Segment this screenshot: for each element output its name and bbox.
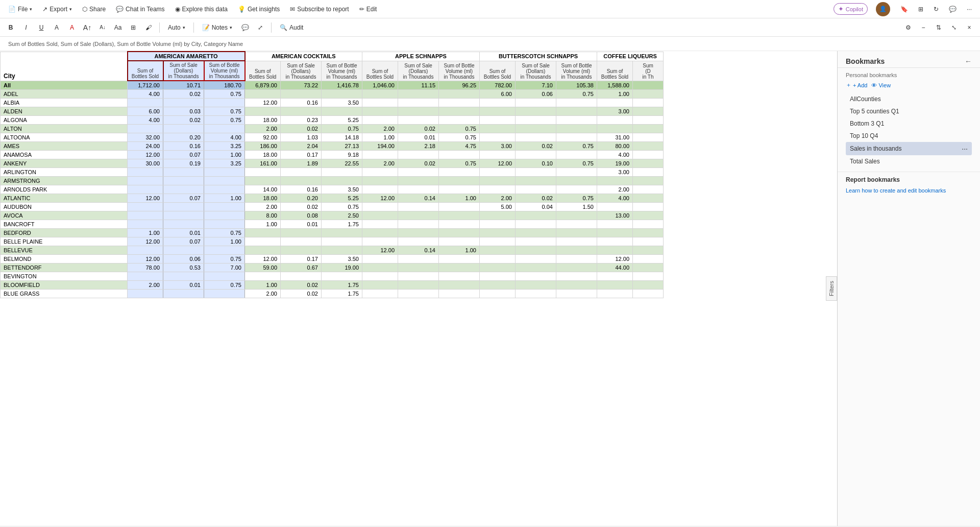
data-cell: 19.00 [322, 264, 362, 272]
data-cell [128, 168, 163, 177]
data-cell: 0.07 [163, 151, 204, 159]
data-cell: 30.00 [128, 159, 163, 168]
bookmark-item-3[interactable]: Top 10 Q4 [846, 130, 972, 142]
add-bookmark-btn[interactable]: ＋ + Add [846, 81, 867, 89]
notes-btn[interactable]: 📝 Notes ▾ [198, 22, 236, 33]
table-row: ALTON2.000.020.752.000.020.75 [1, 125, 664, 133]
close-panel-btn[interactable]: × [963, 21, 976, 34]
data-cell [597, 177, 633, 185]
data-cell [633, 246, 664, 255]
text-format-btn[interactable]: Aa [111, 21, 125, 34]
layout-icon-btn[interactable]: ⊞ [914, 4, 927, 15]
more-icon-btn[interactable]: ··· [963, 4, 976, 15]
data-cell [516, 264, 556, 272]
data-cell [480, 246, 516, 255]
refresh-icon-btn[interactable]: ↻ [929, 4, 943, 15]
data-cell [439, 220, 480, 229]
data-cell: 4.00 [597, 151, 633, 159]
data-cell: 0.02 [163, 90, 204, 99]
share-btn[interactable]: ⬡ Share [78, 4, 110, 15]
sidebar-close-icon[interactable]: ← [965, 57, 972, 65]
edit-btn[interactable]: ✏ Edit [355, 4, 381, 15]
expand-view-btn[interactable]: ⤡ [947, 21, 961, 34]
learn-link[interactable]: Learn how to create and edit bookmarks [838, 185, 980, 196]
table-row: BEDFORD1.000.010.75 [1, 229, 664, 237]
data-cell: 0.16 [163, 142, 204, 151]
avatar[interactable]: 👤 [876, 2, 890, 16]
underline-btn[interactable]: U [35, 21, 48, 34]
data-cell: 0.19 [163, 159, 204, 168]
bookmark-item-1[interactable]: Top 5 counties Q1 [846, 105, 972, 117]
data-cell: 1,588.00 [597, 81, 633, 90]
chevron-down-icon: ▾ [183, 25, 185, 30]
bookmark-more-icon[interactable]: ··· [962, 145, 968, 153]
filters-tab[interactable]: Filters [826, 276, 837, 301]
auto-dropdown[interactable]: Auto ▾ [164, 22, 189, 33]
bookmark-item-5[interactable]: Total Sales [846, 155, 972, 167]
city-cell: All [1, 81, 128, 90]
data-cell [322, 237, 362, 246]
explore-btn[interactable]: ◉ Explore this data [171, 4, 232, 15]
data-cell [439, 272, 480, 281]
data-cell: 0.06 [163, 255, 204, 264]
italic-btn[interactable]: I [19, 21, 33, 34]
table-container[interactable]: Filters City AMERICAN AMARETTO AMERICAN … [0, 51, 837, 526]
data-cell: 0.20 [281, 194, 322, 203]
data-cell [362, 185, 398, 194]
comment-shape-btn[interactable]: 💬 [238, 21, 252, 34]
data-cell [480, 211, 516, 220]
copilot-btn[interactable]: ✦ Copilot [834, 3, 868, 15]
data-cell [556, 272, 597, 281]
data-cell [480, 272, 516, 281]
chat-teams-btn[interactable]: 💬 Chat in Teams [112, 4, 168, 15]
data-cell: 0.16 [281, 99, 322, 107]
bookmark-item-4[interactable]: Sales in thousands··· [846, 142, 972, 155]
data-cell [556, 281, 597, 290]
data-cell [439, 151, 480, 159]
view-bookmark-btn[interactable]: 👁 View [871, 81, 891, 89]
highlight-btn[interactable]: A [50, 21, 63, 34]
data-cell: 12.00 [128, 194, 163, 203]
insights-btn[interactable]: 💡 Get insights [234, 4, 284, 15]
settings-panel-btn[interactable]: ⚙ [901, 21, 915, 34]
city-cell: ALTON [1, 125, 128, 133]
font-increase-btn[interactable]: A↑ [81, 21, 94, 34]
bookmark-item-2[interactable]: Bottom 3 Q1 [846, 117, 972, 130]
city-cell: AVOCA [1, 211, 128, 220]
export-menu[interactable]: ↗ Export ▾ [38, 4, 76, 15]
city-cell: BLOOMFIELD [1, 281, 128, 290]
data-cell: 24.00 [128, 142, 163, 151]
data-cell [633, 151, 664, 159]
data-cell [398, 107, 439, 116]
data-cell [398, 203, 439, 211]
font-color-btn[interactable]: A [65, 21, 79, 34]
data-cell: 0.02 [281, 281, 322, 290]
data-cell: 8.00 [245, 211, 281, 220]
minus-panel-btn[interactable]: − [917, 21, 930, 34]
bookmark-item-0[interactable]: AllCounties [846, 93, 972, 105]
bookmark-icon-btn[interactable]: 🔖 [896, 4, 912, 15]
data-cell: 14.00 [245, 185, 281, 194]
bold-btn[interactable]: B [4, 21, 17, 34]
city-cell: BLUE GRASS [1, 290, 128, 298]
data-cell [633, 211, 664, 220]
comment-icon-btn[interactable]: 💬 [945, 4, 961, 15]
data-cell [362, 90, 398, 99]
table-format-btn[interactable]: ⊞ [127, 21, 140, 34]
data-cell [322, 229, 362, 237]
bookmark-label: Top 10 Q4 [850, 132, 878, 139]
paint-format-btn[interactable]: 🖌 [142, 21, 155, 34]
font-decrease-btn[interactable]: A↓ [96, 21, 109, 34]
table-row: ALGONA4.000.020.7518.000.235.25 [1, 116, 664, 125]
data-table: City AMERICAN AMARETTO AMERICAN COCKTAIL… [0, 51, 664, 298]
data-cell: 6.00 [128, 107, 163, 116]
expand-btn[interactable]: ⤢ [254, 21, 267, 34]
audit-btn[interactable]: 🔍 Audit [276, 22, 307, 33]
data-cell: 0.07 [163, 237, 204, 246]
file-menu[interactable]: 📄 File ▾ [4, 4, 36, 15]
subscribe-btn[interactable]: ✉ Subscribe to report [286, 4, 353, 15]
data-cell: 3.00 [597, 168, 633, 177]
data-cell [128, 185, 163, 194]
sort-btn[interactable]: ⇅ [932, 21, 945, 34]
data-cell [245, 107, 281, 116]
